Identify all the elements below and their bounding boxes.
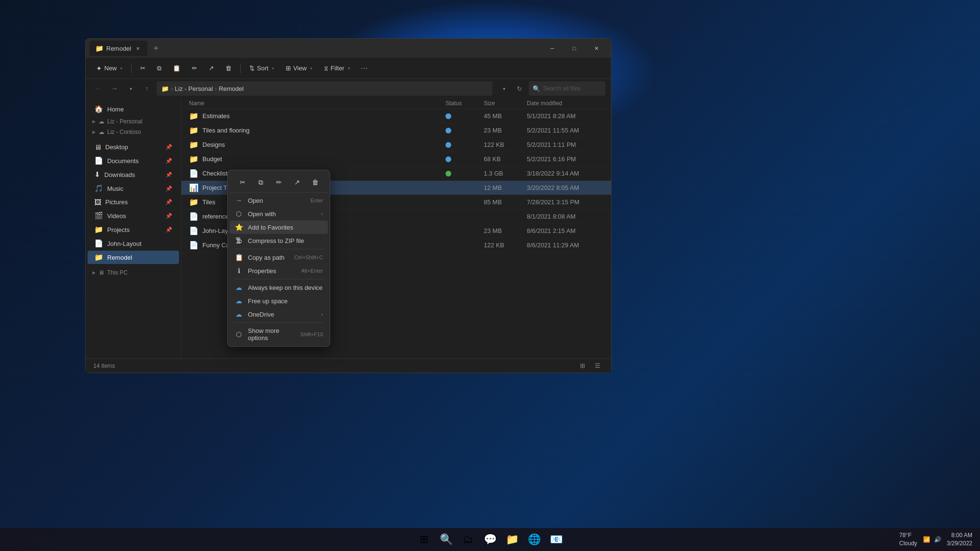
cm-delete-button[interactable]: 🗑: [308, 175, 323, 189]
copy-button[interactable]: ⧉: [152, 63, 166, 74]
network-icon[interactable]: 📶: [923, 536, 930, 543]
sidebar-item-projects[interactable]: 📁 Projects 📌: [88, 223, 179, 236]
search-button[interactable]: 🔍: [435, 529, 457, 550]
file-size-tiles2: 85 MB: [484, 198, 527, 206]
expand-icon-1: ▶: [92, 119, 96, 124]
cm-cut-button[interactable]: ✂: [235, 175, 250, 189]
sidebar-item-home[interactable]: 🏠 Home: [88, 102, 179, 116]
table-row[interactable]: 📁 Budget 68 KB 5/2/2021 6:16 PM: [181, 152, 611, 166]
cm-show-more-item[interactable]: ⬡ Show more options Shift+F10: [230, 324, 328, 344]
folder-icon-tiles2: 📁: [189, 198, 199, 207]
edge-button[interactable]: 🌐: [523, 529, 545, 550]
close-button[interactable]: ✕: [585, 41, 607, 56]
file-name-budget: Budget: [202, 155, 445, 163]
file-size-tiles: 23 MB: [484, 127, 527, 134]
maximize-button[interactable]: □: [563, 41, 585, 56]
up-button[interactable]: ↑: [140, 82, 154, 95]
list-view-button[interactable]: ☰: [592, 360, 603, 372]
file-status-checklist: [445, 171, 484, 176]
tab-close-button[interactable]: ✕: [134, 44, 142, 52]
dropdown-button[interactable]: ▾: [497, 82, 511, 95]
breadcrumb-sep-1: ›: [215, 85, 217, 92]
sidebar-item-videos[interactable]: 🎬 Videos 📌: [88, 209, 179, 222]
delete-button[interactable]: 🗑: [221, 63, 236, 74]
col-header-status[interactable]: Status: [445, 100, 484, 107]
cm-properties-item[interactable]: ℹ Properties Alt+Enter: [230, 264, 328, 277]
cm-copy-button[interactable]: ⧉: [254, 175, 268, 189]
cut-button[interactable]: ✂: [135, 63, 150, 74]
cm-compress-item[interactable]: 🗜 Compress to ZIP file: [230, 234, 328, 247]
sidebar-this-pc-header[interactable]: ▶ 🖥 This PC: [86, 267, 181, 278]
john-layout-icon: 📄: [94, 239, 103, 248]
table-row[interactable]: 📁 Tiles and flooring 23 MB 5/2/2021 11:5…: [181, 123, 611, 138]
col-header-date[interactable]: Date modified: [527, 100, 603, 107]
mail-button[interactable]: 📧: [546, 529, 567, 550]
sidebar-liz-contoso-header[interactable]: ▶ ☁ Liz - Contoso: [86, 127, 181, 137]
cm-show-more-shortcut: Shift+F10: [301, 331, 323, 337]
view-button[interactable]: ⊞ View ▾: [281, 63, 317, 74]
widgets-button[interactable]: 💬: [479, 529, 501, 550]
breadcrumb-folder-icon: 📁: [161, 85, 169, 92]
grid-view-button[interactable]: ⊞: [577, 360, 588, 372]
file-status-designs: [445, 142, 484, 148]
filter-button[interactable]: ⧖ Filter ▾: [319, 63, 355, 74]
cm-share-button[interactable]: ↗: [290, 175, 304, 189]
breadcrumb-liz-personal[interactable]: Liz - Personal: [175, 85, 212, 92]
cm-add-favorites-item[interactable]: ⭐ Add to Favorites: [230, 220, 328, 234]
cm-open-item[interactable]: → Open Enter: [230, 194, 328, 207]
cm-rename-button[interactable]: ✏: [272, 175, 286, 189]
window-tab[interactable]: 📁 Remodel ✕: [89, 41, 147, 56]
minimize-button[interactable]: ─: [541, 41, 563, 56]
pin-icon-music: 📌: [166, 186, 172, 192]
volume-icon[interactable]: 🔊: [934, 536, 941, 543]
cm-free-up-item[interactable]: ☁ Free up space: [230, 294, 328, 308]
sidebar-item-pictures[interactable]: 🖼 Pictures 📌: [88, 196, 179, 209]
new-button[interactable]: ✦ New ▾: [91, 63, 127, 74]
table-row[interactable]: 📁 Designs 122 KB 5/2/2021 1:11 PM: [181, 138, 611, 152]
task-view-button[interactable]: 🗂: [457, 529, 479, 550]
file-explorer-taskbar[interactable]: 📁: [501, 529, 523, 550]
sidebar-item-john-layout[interactable]: 📄 John-Layout: [88, 237, 179, 250]
filter-icon: ⧖: [324, 65, 328, 72]
cm-properties-icon: ℹ: [234, 267, 243, 275]
forward-button[interactable]: →: [108, 82, 121, 95]
search-box[interactable]: 🔍 Search all files: [529, 81, 605, 96]
time-block[interactable]: 8:00 AM 3/29/2022: [947, 531, 972, 548]
cm-always-keep-item[interactable]: ☁ Always keep on this device: [230, 281, 328, 294]
cm-separator-1: [234, 249, 324, 249]
sidebar-item-documents[interactable]: 📄 Documents 📌: [88, 154, 179, 167]
cm-open-with-item[interactable]: ⬡ Open with ›: [230, 207, 328, 220]
sort-button[interactable]: ⇅ Sort ▾: [245, 63, 279, 74]
sidebar-item-downloads[interactable]: ⬇ Downloads 📌: [88, 168, 179, 181]
cm-open-shortcut: Enter: [311, 198, 323, 203]
toolbar-separator-1: [131, 64, 132, 73]
rename-button[interactable]: ✏: [187, 63, 202, 74]
share-button[interactable]: ↗: [204, 63, 219, 74]
col-header-name[interactable]: Name: [189, 100, 445, 107]
documents-icon: 📄: [94, 156, 103, 165]
recent-locations-button[interactable]: ▾: [124, 82, 137, 95]
sidebar-liz-personal-header[interactable]: ▶ ☁ Liz - Personal: [86, 116, 181, 127]
search-placeholder: Search all files: [543, 85, 580, 92]
sidebar-item-music[interactable]: 🎵 Music 📌: [88, 182, 179, 195]
col-header-size[interactable]: Size: [484, 100, 527, 107]
start-button[interactable]: ⊞: [413, 529, 434, 550]
file-date-designs: 5/2/2021 1:11 PM: [527, 141, 603, 148]
new-tab-button[interactable]: +: [149, 42, 163, 55]
back-button[interactable]: ←: [91, 82, 105, 95]
cm-copy-path-item[interactable]: 📋 Copy as path Ctrl+Shift+C: [230, 251, 328, 264]
sidebar-item-desktop[interactable]: 🖥 Desktop 📌: [88, 141, 179, 154]
cm-onedrive-item[interactable]: ☁ OneDrive ›: [230, 308, 328, 321]
view-icon: ⊞: [286, 65, 291, 72]
sidebar-item-remodel[interactable]: 📁 Remodel: [88, 251, 179, 264]
cm-open-icon: →: [234, 197, 243, 204]
breadcrumb-remodel[interactable]: Remodel: [219, 85, 244, 92]
breadcrumb-bar[interactable]: 📁 › Liz - Personal › Remodel: [156, 81, 492, 96]
refresh-button[interactable]: ↻: [512, 82, 526, 95]
more-options-button[interactable]: ···: [357, 61, 372, 75]
taskbar-right: 78°F Cloudy 📶 🔊 8:00 AM 3/29/2022: [899, 531, 972, 548]
cm-onedrive-icon: ☁: [234, 310, 243, 318]
cm-properties-shortcut: Alt+Enter: [301, 268, 323, 274]
table-row[interactable]: 📁 Estimates 45 MB 5/1/2021 8:28 AM: [181, 109, 611, 123]
paste-button[interactable]: 📋: [168, 63, 185, 74]
